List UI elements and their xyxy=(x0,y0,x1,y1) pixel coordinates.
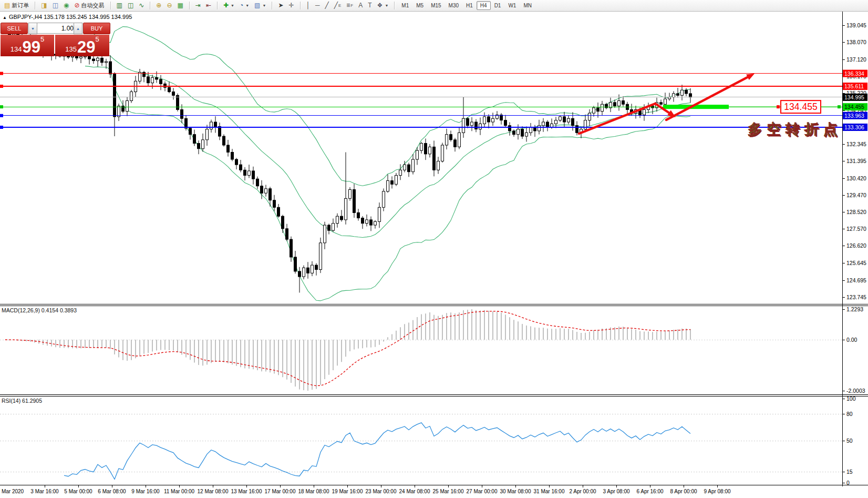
volume-decrease-button[interactable]: ▼ xyxy=(28,23,37,34)
timeframe-h4-button[interactable]: H4 xyxy=(477,1,491,10)
fibonacci-button[interactable]: ≡F xyxy=(344,1,356,10)
sell-price-button[interactable]: 134995 xyxy=(1,35,54,56)
candle xyxy=(286,229,288,239)
rsi-axis-tick: 0 xyxy=(846,480,850,486)
timeframe-w1-button[interactable]: W1 xyxy=(504,1,520,10)
candle xyxy=(437,161,440,170)
new-order-button[interactable]: ▤新订单 xyxy=(2,1,32,11)
collapse-panel-icon[interactable]: ▲ xyxy=(3,15,7,20)
volume-input[interactable] xyxy=(37,23,77,34)
cursor-button[interactable]: ➤ xyxy=(275,1,286,10)
price-axis-tick: 132.345 xyxy=(846,141,866,147)
candle xyxy=(454,140,457,147)
candle xyxy=(345,198,347,220)
candle xyxy=(546,122,549,127)
candle xyxy=(353,189,356,212)
volume-increase-button[interactable]: ▲ xyxy=(74,23,82,34)
new-order-button-label: 新订单 xyxy=(12,2,29,9)
buy-button[interactable]: BUY xyxy=(83,23,110,34)
candle xyxy=(361,218,364,223)
channel-icon: ╱ xyxy=(334,2,338,9)
candle xyxy=(509,126,511,131)
sell-button[interactable]: SELL xyxy=(1,23,28,34)
trend-arrow[interactable] xyxy=(666,75,751,120)
candle xyxy=(357,212,360,218)
crosshair-icon: ✛ xyxy=(288,2,294,9)
macd-axis-tick: 1.2293 xyxy=(846,306,863,312)
bar-chart-mode-button[interactable]: ▥ xyxy=(114,1,125,10)
candle xyxy=(479,124,482,129)
timeframe-d1-button[interactable]: D1 xyxy=(491,1,505,10)
line-anchor[interactable] xyxy=(0,126,3,129)
channel-button[interactable]: ╱E xyxy=(332,1,344,10)
timeframe-mn-button[interactable]: MN xyxy=(520,1,535,10)
tile-windows-button[interactable]: ▦ xyxy=(174,1,185,10)
candle xyxy=(618,100,621,106)
candle xyxy=(277,207,280,216)
candle xyxy=(336,216,339,223)
candle xyxy=(420,144,423,151)
horizontal-line-button[interactable]: ─ xyxy=(313,1,323,10)
timeframe-m5-button[interactable]: M5 xyxy=(412,1,427,10)
candle xyxy=(172,92,175,96)
vertical-line-button[interactable]: │ xyxy=(304,1,313,10)
text-label-button[interactable]: T xyxy=(365,1,374,10)
autotrading-icon: ⊘ xyxy=(75,2,80,9)
autotrading-button[interactable]: ⊘自动交易 xyxy=(72,1,107,11)
signals-button[interactable]: ◉ xyxy=(61,1,71,10)
candle xyxy=(387,181,389,191)
bar-chart-mode-icon: ▥ xyxy=(117,2,122,9)
price-axis-tick: 127.570 xyxy=(846,226,866,232)
candle xyxy=(572,118,574,126)
indicators-button[interactable]: ✚▼ xyxy=(221,1,237,10)
timeframe-m30-button[interactable]: M30 xyxy=(445,1,462,10)
sell-price-sup: 5 xyxy=(40,36,44,43)
zoom-in-button[interactable]: ⊕ xyxy=(153,1,164,10)
timeframe-h1-button[interactable]: H1 xyxy=(462,1,477,10)
rsi-axis-tick: 50 xyxy=(846,438,853,444)
candle xyxy=(660,103,663,104)
templates-button[interactable]: ▧▼ xyxy=(252,1,268,10)
profiles-button[interactable]: ◨ xyxy=(38,1,49,10)
line-anchor[interactable] xyxy=(0,114,3,117)
chart-shift-button[interactable]: ⇤ xyxy=(203,1,214,10)
toolbar-separator xyxy=(110,2,111,9)
candle xyxy=(441,145,444,161)
buy-price-button[interactable]: 135295 xyxy=(55,35,109,56)
auto-scroll-button[interactable]: ⇥ xyxy=(193,1,203,10)
candle xyxy=(555,120,557,124)
line-anchor[interactable] xyxy=(0,85,3,88)
svg-text:133.963: 133.963 xyxy=(844,113,864,119)
crosshair-button[interactable]: ✛ xyxy=(286,1,296,10)
arrows-button[interactable]: ❖▼ xyxy=(375,1,391,10)
text-button[interactable]: A xyxy=(356,1,365,10)
candle xyxy=(273,200,276,208)
candle xyxy=(383,191,385,207)
line-anchor[interactable] xyxy=(0,72,3,75)
candle xyxy=(193,135,196,144)
periods-button[interactable]: ◔▼ xyxy=(237,1,252,10)
timeframe-m1-button[interactable]: M1 xyxy=(398,1,412,10)
candlestick-mode-button[interactable]: ◫ xyxy=(125,1,136,10)
time-axis-label: 23 Mar 00:00 xyxy=(366,489,397,494)
line-chart-mode-button[interactable]: ∿ xyxy=(136,1,147,10)
candle xyxy=(685,90,688,94)
price-axis-tick: 126.620 xyxy=(846,242,866,249)
trendline-button[interactable]: ╱ xyxy=(323,1,332,10)
depth-of-market-button[interactable]: ◫ xyxy=(50,1,61,10)
zoom-out-icon: ⊖ xyxy=(167,2,172,9)
candle xyxy=(105,62,108,63)
line-anchor[interactable] xyxy=(0,105,3,108)
time-axis-label: 6 Mar 08:00 xyxy=(98,489,126,494)
zoom-out-button[interactable]: ⊖ xyxy=(164,1,174,10)
candlestick-series xyxy=(4,27,692,292)
candle xyxy=(429,147,431,154)
candle xyxy=(370,220,373,225)
candle xyxy=(319,243,322,270)
candle xyxy=(324,225,326,243)
timeframe-m15-button[interactable]: M15 xyxy=(427,1,445,10)
time-axis-label: 6 Apr 16:00 xyxy=(636,489,664,494)
price-axis-tick: 125.645 xyxy=(846,260,866,266)
one-click-trading-panel: SELL ▼ ▲ BUY 134995 135295 xyxy=(1,23,109,55)
toolbar-separator xyxy=(300,2,301,9)
